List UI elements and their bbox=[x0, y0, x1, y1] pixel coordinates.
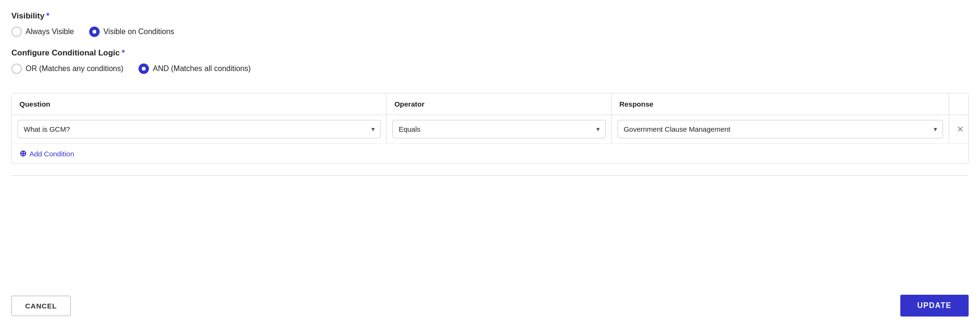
response-select[interactable]: Government Clause Management bbox=[618, 120, 943, 138]
footer-divider bbox=[11, 175, 969, 176]
radio-always-visible[interactable]: Always Visible bbox=[11, 27, 74, 37]
plus-icon: ⊕ bbox=[19, 149, 27, 158]
radio-and-circle bbox=[139, 63, 149, 74]
add-condition-row: ⊕ Add Condition bbox=[12, 144, 968, 163]
radio-visible-on-conditions[interactable]: Visible on Conditions bbox=[89, 27, 174, 37]
cell-remove: ✕ bbox=[949, 118, 968, 141]
question-select-wrapper: What is GCM? ▼ bbox=[18, 120, 380, 138]
radio-or-circle bbox=[11, 63, 22, 74]
conditional-logic-title: Configure Conditional Logic* bbox=[11, 48, 969, 58]
response-select-wrapper: Government Clause Management ▼ bbox=[618, 120, 943, 138]
cell-response: Government Clause Management ▼ bbox=[612, 115, 949, 143]
header-actions bbox=[949, 93, 968, 115]
radio-or[interactable]: OR (Matches any conditions) bbox=[11, 63, 123, 74]
cell-operator: Equals Not Equals Contains ▼ bbox=[387, 115, 611, 143]
table-row: What is GCM? ▼ Equals Not Equals Contain… bbox=[12, 115, 968, 144]
operator-select-wrapper: Equals Not Equals Contains ▼ bbox=[392, 120, 605, 138]
cancel-button[interactable]: CANCEL bbox=[11, 296, 71, 316]
conditional-logic-radio-group: OR (Matches any conditions) AND (Matches… bbox=[11, 63, 969, 74]
visibility-radio-group: Always Visible Visible on Conditions bbox=[11, 27, 969, 37]
radio-visible-on-conditions-circle bbox=[89, 27, 100, 37]
operator-select[interactable]: Equals Not Equals Contains bbox=[392, 120, 605, 138]
conditional-logic-required: * bbox=[122, 48, 125, 57]
add-condition-button[interactable]: ⊕ Add Condition bbox=[19, 149, 74, 158]
remove-row-button[interactable]: ✕ bbox=[955, 122, 966, 136]
radio-visible-on-conditions-label: Visible on Conditions bbox=[103, 27, 174, 36]
radio-and-label: AND (Matches all conditions) bbox=[153, 64, 250, 73]
conditional-logic-section: Configure Conditional Logic* OR (Matches… bbox=[11, 48, 969, 85]
radio-always-visible-label: Always Visible bbox=[26, 27, 74, 36]
radio-always-visible-circle bbox=[11, 27, 22, 37]
update-button[interactable]: UPDATE bbox=[900, 295, 969, 317]
add-condition-label: Add Condition bbox=[29, 150, 74, 158]
header-operator: Operator bbox=[387, 93, 611, 115]
header-response: Response bbox=[612, 93, 949, 115]
conditions-table: Question Operator Response What is GCM? … bbox=[11, 93, 969, 164]
table-header: Question Operator Response bbox=[12, 93, 968, 115]
header-question: Question bbox=[12, 93, 387, 115]
question-select[interactable]: What is GCM? bbox=[18, 120, 380, 138]
cell-question: What is GCM? ▼ bbox=[12, 115, 387, 143]
radio-or-label: OR (Matches any conditions) bbox=[26, 64, 123, 73]
visibility-title: Visibility* bbox=[11, 11, 969, 21]
visibility-section: Visibility* Always Visible Visible on Co… bbox=[11, 11, 969, 48]
radio-and[interactable]: AND (Matches all conditions) bbox=[139, 63, 250, 74]
visibility-required: * bbox=[46, 11, 50, 20]
footer: CANCEL UPDATE bbox=[11, 285, 969, 326]
